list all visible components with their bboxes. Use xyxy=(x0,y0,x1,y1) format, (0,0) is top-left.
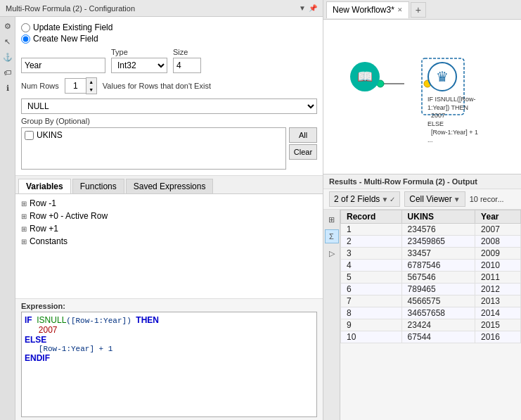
spinner-up[interactable]: ▲ xyxy=(86,78,96,86)
num-rows-label: Num Rows xyxy=(21,82,59,90)
cursor-icon[interactable]: ↖ xyxy=(1,35,14,48)
type-col: Type Int32 xyxy=(111,48,167,73)
left-panel: Multi-Row Formula (2) - Configuration ▼ … xyxy=(0,0,323,420)
group-by-buttons: All Clear xyxy=(289,127,317,160)
expression-box[interactable]: IF ISNULL([Row-1:Year]) THEN 2007 ELSE [… xyxy=(21,312,317,417)
table-row[interactable]: 8346576582014 xyxy=(341,307,521,319)
num-rows-spinner: ▲ ▼ xyxy=(65,77,97,94)
expression-label: Expression: xyxy=(15,299,323,312)
expand-icon-2: ⊞ xyxy=(21,225,27,233)
group-by-area: UKINS All Clear xyxy=(21,127,317,170)
cell-record: 3 xyxy=(341,248,402,260)
tree-item-row-active[interactable]: ⊞ Row +0 - Active Row xyxy=(21,210,317,222)
wf-connector-svg xyxy=(323,20,521,174)
cell-viewer-label: Cell Viewer xyxy=(409,194,451,204)
table-row[interactable]: 12345762007 xyxy=(341,224,521,236)
update-radio[interactable] xyxy=(21,23,30,32)
radio-group: Update Existing Field Create New Field xyxy=(21,23,317,44)
name-col xyxy=(21,58,105,73)
group-by-label: Group By (Optional) xyxy=(21,117,317,125)
type-select[interactable]: Int32 xyxy=(111,58,167,73)
group-by-item-ukins[interactable]: UKINS xyxy=(23,129,284,141)
create-field-option[interactable]: Create New Field xyxy=(21,34,317,44)
cell-year: 2008 xyxy=(475,236,521,248)
arrow-icon[interactable]: ▷ xyxy=(325,246,339,260)
cell-year: 2011 xyxy=(475,272,521,284)
field-name-input[interactable] xyxy=(21,58,105,73)
wf-tabbar: New Workflow3* ✕ + xyxy=(323,0,521,20)
table-row[interactable]: 745665752013 xyxy=(341,295,521,307)
table-row[interactable]: 67894652012 xyxy=(341,284,521,295)
cell-ukins: 567546 xyxy=(401,272,475,284)
table-icon[interactable]: ⊞ xyxy=(325,212,339,227)
table-row[interactable]: 467875462010 xyxy=(341,260,521,272)
results-body: ⊞ Σ ▷ Record UKINS Year 1234576200722345… xyxy=(323,210,521,420)
table-row[interactable]: 3334572009 xyxy=(341,248,521,260)
fields-label: 2 of 2 Fields xyxy=(334,194,380,204)
update-field-option[interactable]: Update Existing Field xyxy=(21,23,317,32)
tab-variables[interactable]: Variables xyxy=(18,179,71,193)
all-button[interactable]: All xyxy=(289,127,317,143)
cell-ukins: 23459865 xyxy=(401,236,475,248)
formula-label: IF ISNULL([Row-1:Year]) THEN 2007ELSE [R… xyxy=(427,96,478,145)
sum-icon[interactable]: Σ xyxy=(325,229,339,243)
fields-button[interactable]: 2 of 2 Fields ▼ ✓ xyxy=(329,191,400,207)
config-area: Update Existing Field Create New Field T… xyxy=(15,17,323,176)
cell-record: 9 xyxy=(341,319,402,331)
wf-tab-close[interactable]: ✕ xyxy=(397,6,403,13)
cell-record: 4 xyxy=(341,260,402,272)
null-select[interactable]: NULL 0 Empty xyxy=(21,98,317,114)
ukins-checkbox[interactable] xyxy=(25,131,34,140)
results-side-icons: ⊞ Σ ▷ xyxy=(323,210,340,420)
results-header: Results - Multi-Row Formula (2) - Output xyxy=(323,174,521,189)
table-row[interactable]: 10675442016 xyxy=(341,331,521,343)
wf-tab-main[interactable]: New Workflow3* ✕ xyxy=(326,1,409,18)
input-node-icon: 📖 xyxy=(350,62,380,91)
type-label: Type xyxy=(111,48,167,56)
create-radio[interactable] xyxy=(21,34,30,44)
tab-functions[interactable]: Functions xyxy=(72,179,124,193)
size-label: Size xyxy=(173,48,201,56)
panel-body: ⚙ ↖ ⚓ 🏷 ℹ Update Existing Field Create N… xyxy=(0,17,323,420)
spinner-down[interactable]: ▼ xyxy=(86,86,96,94)
anchor-icon[interactable]: ⚓ xyxy=(1,51,14,63)
cell-record: 8 xyxy=(341,307,402,319)
table-row[interactable]: 9234242015 xyxy=(341,319,521,331)
pin-icon[interactable]: 📌 xyxy=(309,4,317,12)
num-rows-row: Num Rows ▲ ▼ Values for Rows that don't … xyxy=(21,77,317,94)
col-year: Year xyxy=(475,210,521,224)
cell-year: 2016 xyxy=(475,331,521,343)
expand-icon-0: ⊞ xyxy=(21,200,27,208)
group-by-section: Group By (Optional) UKINS All Clear xyxy=(21,117,317,170)
settings-icon[interactable]: ⚙ xyxy=(1,20,14,32)
clear-button[interactable]: Clear xyxy=(289,144,317,160)
cell-viewer-button[interactable]: Cell Viewer ▼ xyxy=(404,191,465,207)
spinner-buttons: ▲ ▼ xyxy=(86,77,97,94)
group-by-list: UKINS xyxy=(21,127,286,170)
info-icon[interactable]: ℹ xyxy=(1,82,14,94)
tab-saved-expressions[interactable]: Saved Expressions xyxy=(126,179,214,193)
collapse-icon[interactable]: ▼ xyxy=(299,4,306,12)
cell-ukins: 234576 xyxy=(401,224,475,236)
num-rows-input[interactable] xyxy=(65,78,86,94)
tree-item-row-minus1[interactable]: ⊞ Row -1 xyxy=(21,197,317,210)
table-row[interactable]: 2234598652008 xyxy=(341,236,521,248)
records-count: 10 recor... xyxy=(470,195,504,203)
tree-item-row-plus1[interactable]: ⊞ Row +1 xyxy=(21,222,317,235)
field-config-row: Type Int32 Size xyxy=(21,48,317,73)
input-node[interactable]: 📖 xyxy=(350,62,380,91)
formula-node[interactable]: ♛ xyxy=(427,62,457,91)
size-input[interactable] xyxy=(173,58,201,73)
wf-add-tab[interactable]: + xyxy=(411,2,426,18)
cell-ukins: 6787546 xyxy=(401,260,475,272)
tag-icon[interactable]: 🏷 xyxy=(1,66,14,79)
data-table-wrap: Record UKINS Year 1234576200722345986520… xyxy=(340,210,521,420)
cell-record: 5 xyxy=(341,272,402,284)
table-row[interactable]: 55675462011 xyxy=(341,272,521,284)
ukins-label: UKINS xyxy=(37,130,63,140)
cell-record: 6 xyxy=(341,284,402,295)
expand-icon-1: ⊞ xyxy=(21,212,27,220)
cell-ukins: 23424 xyxy=(401,319,475,331)
update-label: Update Existing Field xyxy=(33,23,112,32)
tree-item-constants[interactable]: ⊞ Constants xyxy=(21,235,317,248)
